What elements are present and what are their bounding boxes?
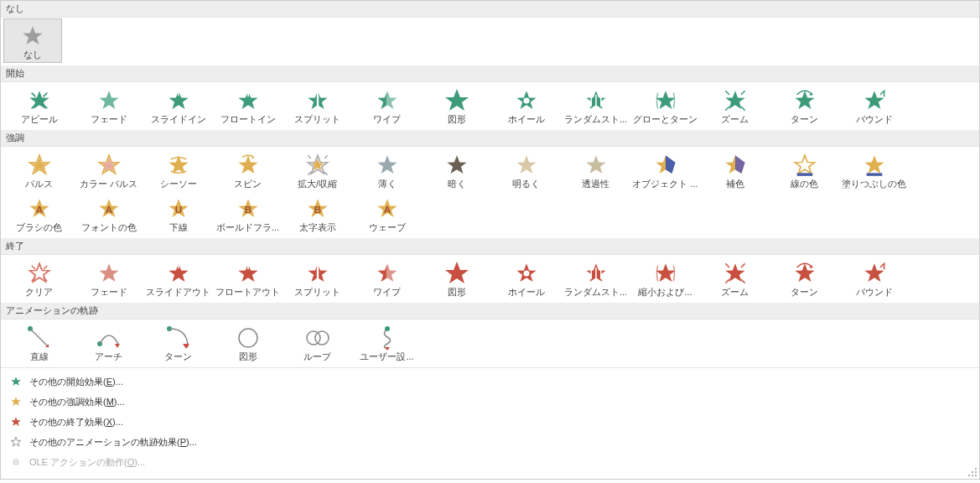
star-boldrev-icon: B	[303, 195, 333, 222]
menu-label: その他のアニメーションの軌跡効果(P)...	[29, 436, 197, 449]
star-random-icon	[581, 260, 611, 287]
star-dark-icon	[442, 152, 472, 179]
animation-exit-11[interactable]: ターン	[770, 257, 839, 299]
star-fade-icon	[94, 260, 124, 287]
star-shape-icon	[442, 87, 472, 114]
animation-exit-9[interactable]: 縮小および...	[630, 257, 700, 299]
animation-emphasis-0[interactable]: パルス	[4, 148, 74, 191]
animation-motion-4[interactable]: ループ	[283, 321, 352, 364]
animation-emphasis-14[interactable]: Aフォントの色	[74, 192, 143, 235]
animation-motion-1[interactable]: アーチ	[74, 321, 143, 364]
animation-exit-12[interactable]: バウンド	[839, 257, 909, 299]
animation-label: クリア	[25, 287, 53, 298]
animation-label: バウンド	[856, 287, 893, 298]
animation-label: ブラシの色	[16, 222, 62, 233]
animation-exit-4[interactable]: スプリット	[283, 257, 352, 299]
star-turn-icon	[790, 87, 820, 114]
animation-label: アーチ	[95, 351, 122, 362]
animation-emphasis-16[interactable]: Bボールドフラ...	[213, 192, 283, 235]
animation-none-0[interactable]: なし	[4, 19, 61, 62]
animation-exit-3[interactable]: フロートアウト	[213, 257, 283, 299]
animation-emphasis-1[interactable]: カラー パルス	[74, 148, 143, 191]
menu-label: その他の開始効果(E)...	[29, 376, 123, 388]
star-split-icon	[303, 87, 333, 114]
animation-label: アピール	[21, 114, 58, 125]
menu-more-emphasis[interactable]: その他の強調効果(M)...	[6, 392, 974, 412]
animation-exit-10[interactable]: ズーム	[700, 257, 770, 299]
animation-emphasis-15[interactable]: U下線	[143, 192, 213, 235]
animation-exit-0[interactable]: クリア	[4, 257, 74, 299]
animation-motion-0[interactable]: 直線	[4, 321, 74, 364]
path-line-icon	[24, 325, 54, 351]
animation-label: 線の色	[791, 179, 818, 190]
animation-motion-5[interactable]: ユーザー設...	[352, 321, 422, 364]
section-header-none: なし	[1, 1, 979, 18]
animation-entrance-2[interactable]: スライドイン	[143, 84, 213, 127]
animation-label: 暗く	[448, 179, 466, 190]
animation-emphasis-5[interactable]: 薄く	[352, 148, 422, 191]
animation-exit-8[interactable]: ランダムスト...	[561, 257, 630, 299]
animation-label: なし	[23, 49, 42, 60]
animation-label: スプリット	[294, 287, 340, 298]
animation-label: ウェーブ	[369, 222, 406, 233]
animation-entrance-12[interactable]: バウンド	[839, 84, 909, 127]
gear-icon	[9, 455, 23, 469]
animation-entrance-9[interactable]: グローとターン	[630, 84, 700, 127]
animation-emphasis-6[interactable]: 暗く	[422, 148, 491, 191]
animation-label: 拡大/収縮	[298, 179, 337, 190]
menu-more-exit[interactable]: その他の終了効果(X)...	[6, 412, 974, 432]
animation-entrance-1[interactable]: フェード	[74, 84, 143, 127]
animation-motion-2[interactable]: ターン	[143, 321, 213, 364]
animation-entrance-6[interactable]: 図形	[422, 84, 491, 127]
animation-emphasis-3[interactable]: スピン	[213, 148, 283, 191]
animation-exit-2[interactable]: スライドアウト	[143, 257, 213, 299]
menu-more-motion[interactable]: その他のアニメーションの軌跡効果(P)...	[6, 432, 974, 452]
animation-emphasis-17[interactable]: B太字表示	[283, 192, 352, 235]
svg-line-36	[725, 263, 729, 267]
animation-entrance-0[interactable]: アピール	[4, 84, 74, 127]
star-fillcolor-icon	[859, 152, 889, 179]
animation-exit-1[interactable]: フェード	[74, 257, 143, 299]
animation-entrance-7[interactable]: ホイール	[491, 84, 561, 127]
animation-exit-6[interactable]: 図形	[422, 257, 491, 299]
animation-emphasis-8[interactable]: 透過性	[561, 148, 630, 191]
animation-exit-7[interactable]: ホイール	[491, 257, 561, 299]
svg-line-14	[308, 156, 311, 159]
path-custom-icon	[372, 325, 402, 351]
star-wipe-icon	[372, 260, 402, 287]
menu-label: その他の強調効果(M)...	[29, 396, 125, 408]
animation-label: バウンド	[856, 114, 893, 125]
animation-entrance-5[interactable]: ワイプ	[352, 84, 422, 127]
animation-entrance-3[interactable]: フロートイン	[213, 84, 283, 127]
animation-emphasis-12[interactable]: 塗りつぶしの色	[839, 148, 909, 191]
star-outline-icon	[9, 435, 23, 449]
star-slide-icon	[163, 260, 194, 287]
animation-entrance-11[interactable]: ターン	[770, 84, 839, 127]
svg-point-52	[972, 471, 973, 473]
animation-emphasis-18[interactable]: Aウェーブ	[352, 192, 422, 235]
svg-point-53	[975, 475, 977, 476]
star-shrink-icon	[651, 260, 681, 287]
animation-entrance-10[interactable]: ズーム	[700, 84, 770, 127]
animation-entrance-4[interactable]: スプリット	[283, 84, 352, 127]
svg-point-49	[15, 461, 17, 463]
animation-label: 太字表示	[299, 222, 336, 233]
star-desat-icon	[372, 152, 402, 179]
animation-emphasis-4[interactable]: 拡大/収縮	[283, 148, 352, 191]
animation-emphasis-10[interactable]: 補色	[700, 148, 770, 191]
animation-emphasis-2[interactable]: シーソー	[143, 148, 213, 191]
animation-motion-3[interactable]: 図形	[213, 321, 283, 364]
animation-emphasis-9[interactable]: オブジェクト ...	[630, 148, 700, 191]
animation-emphasis-11[interactable]: 線の色	[770, 148, 839, 191]
menu-more-entrance[interactable]: その他の開始効果(E)...	[6, 371, 974, 392]
resize-grip-icon[interactable]	[967, 467, 977, 477]
animation-exit-5[interactable]: ワイプ	[352, 257, 422, 299]
animation-label: 薄く	[378, 179, 397, 190]
animation-entrance-8[interactable]: ランダムスト...	[561, 84, 630, 127]
star-grow-icon	[303, 152, 333, 179]
star-wipe-icon	[372, 87, 402, 114]
animation-emphasis-13[interactable]: Aブラシの色	[4, 192, 74, 235]
section-header-exit: 終了	[1, 238, 979, 255]
animation-emphasis-7[interactable]: 明るく	[491, 148, 561, 191]
star-split-icon	[303, 260, 333, 287]
